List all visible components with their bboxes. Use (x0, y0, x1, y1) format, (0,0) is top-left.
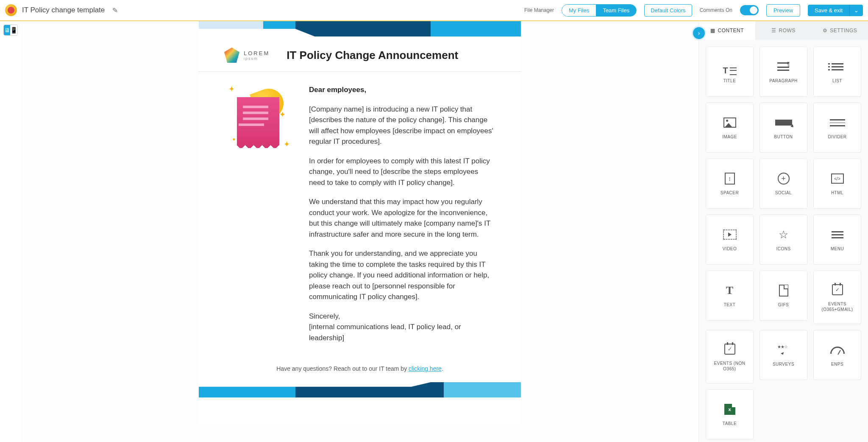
block-table[interactable]: xTABLE (706, 389, 754, 439)
spark-icon: ✦ (284, 140, 290, 149)
paragraph-2: In order for employees to comply with th… (309, 156, 495, 188)
brand-mark-icon (224, 48, 239, 63)
file-manager-label: File Manager (524, 7, 554, 13)
banner-bottom (199, 382, 521, 397)
spark-icon: ✦ (228, 84, 235, 94)
block-paragraph[interactable]: ¶PARAGRAPH (760, 47, 807, 97)
spark-icon: • (233, 135, 235, 144)
paragraph-1: [Company name] is introducing a new IT p… (309, 104, 495, 147)
note-icon (237, 97, 279, 148)
settings-icon: ⚙ (823, 28, 828, 34)
block-title[interactable]: TITLE (706, 47, 754, 97)
rows-icon: ☰ (771, 28, 776, 34)
top-bar: IT Policy change template ✎ File Manager… (0, 0, 868, 21)
spark-icon: ✦ (279, 110, 286, 119)
doc-title[interactable]: IT Policy change template (22, 6, 105, 14)
footer-link[interactable]: clicking here (409, 365, 442, 372)
edit-icon[interactable]: ✎ (112, 6, 118, 14)
canvas-area[interactable]: LOREM ipsum IT Policy Change Announcemen… (21, 21, 698, 442)
file-toggle[interactable]: My Files Team Files (562, 4, 637, 17)
sidebar: › ▦ CONTENT ☰ ROWS ⚙ SETTINGS TITLE ¶PAR… (698, 21, 868, 442)
save-group: Save & exit ⌄ (808, 5, 863, 16)
save-caret-button[interactable]: ⌄ (849, 5, 863, 16)
tab-settings[interactable]: ⚙ SETTINGS (812, 21, 868, 40)
email-heading[interactable]: IT Policy Change Announcement (287, 49, 458, 62)
left-tools: 🖥 📱 (0, 21, 21, 442)
collapse-sidebar-icon[interactable]: › (693, 27, 705, 39)
device-toggle[interactable]: 🖥 📱 (3, 25, 18, 36)
block-surveys[interactable]: SURVEYS (760, 330, 807, 380)
sidebar-tabs: ▦ CONTENT ☰ ROWS ⚙ SETTINGS (699, 21, 868, 40)
block-events-non[interactable]: ✓EVENTS (NON O365) (706, 330, 754, 383)
paragraph-4: Thank you for understanding, and we appr… (309, 248, 495, 302)
block-events-o365[interactable]: ✓EVENTS (O365+GMAIL) (813, 271, 861, 324)
brand-subtitle: ipsum (244, 56, 270, 61)
block-gifs[interactable]: GIFS (760, 271, 807, 321)
tab-content[interactable]: ▦ CONTENT (699, 21, 755, 40)
email-text[interactable]: Dear employees, [Company name] is introd… (309, 84, 495, 352)
brand-logo: LOREM ipsum (224, 48, 270, 63)
doc-body: ✦ ✦ • ✦ Dear employees, [Company name] i… (199, 72, 521, 360)
workspace: 🖥 📱 LOREM ipsum IT Policy Change Announc… (0, 21, 868, 442)
banner-top (199, 21, 521, 36)
block-text[interactable]: TTEXT (706, 271, 754, 321)
app-logo (5, 4, 17, 16)
block-list[interactable]: LIST (813, 47, 861, 97)
email-document[interactable]: LOREM ipsum IT Policy Change Announcemen… (199, 21, 521, 425)
blocks-grid: TITLE ¶PARAGRAPH LIST IMAGE BUTTON DIVID… (699, 40, 868, 442)
greeting: Dear employees, (309, 84, 495, 95)
block-button[interactable]: BUTTON (760, 103, 807, 153)
block-image[interactable]: IMAGE (706, 103, 754, 153)
comments-label: Comments On (700, 7, 732, 13)
team-files-tab[interactable]: Team Files (596, 5, 636, 16)
signoff: Sincerely, [internal communications lead… (309, 311, 495, 344)
comments-switch[interactable] (740, 5, 759, 15)
save-exit-button[interactable]: Save & exit (808, 5, 849, 16)
block-divider[interactable]: DIVIDER (813, 103, 861, 153)
block-menu[interactable]: MENU (813, 215, 861, 265)
block-icons[interactable]: ☆ICONS (760, 215, 807, 265)
tab-rows[interactable]: ☰ ROWS (755, 21, 812, 40)
mobile-view-icon[interactable]: 📱 (10, 25, 17, 35)
grid-icon: ▦ (710, 28, 715, 34)
preview-button[interactable]: Preview (766, 4, 800, 17)
default-colors-button[interactable]: Default Colors (644, 4, 692, 17)
desktop-view-icon[interactable]: 🖥 (4, 25, 10, 35)
block-social[interactable]: +SOCIAL (760, 159, 807, 209)
block-spacer[interactable]: SPACER (706, 159, 754, 209)
doc-header: LOREM ipsum IT Policy Change Announcemen… (199, 36, 521, 72)
footer-question: Have any questions? Reach out to our IT … (199, 360, 521, 382)
brand-name: LOREM (244, 50, 270, 56)
announcement-illustration: ✦ ✦ • ✦ (224, 84, 292, 157)
block-video[interactable]: VIDEO (706, 215, 754, 265)
block-enps[interactable]: ENPS (813, 330, 861, 380)
my-files-tab[interactable]: My Files (562, 5, 596, 16)
paragraph-3: We understand that this may impact how y… (309, 196, 495, 240)
block-html[interactable]: </>HTML (813, 159, 861, 209)
